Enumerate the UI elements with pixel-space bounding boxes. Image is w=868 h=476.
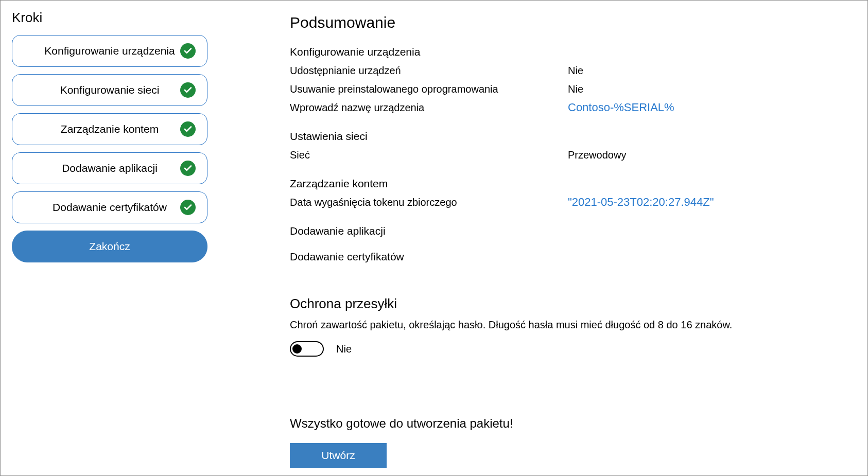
- step-label: Konfigurowanie urządzenia: [44, 45, 175, 57]
- value: Nie: [568, 80, 856, 98]
- summary-panel: Podsumowanie Konfigurowanie urządzenia U…: [290, 10, 856, 466]
- step-label: Dodawanie certyfikatów: [53, 201, 167, 214]
- step-label: Zakończ: [89, 240, 130, 253]
- label: Sieć: [290, 146, 568, 164]
- value: Nie: [568, 61, 856, 80]
- section-device-heading: Konfigurowanie urządzenia: [290, 46, 856, 58]
- checkmark-icon: [180, 121, 196, 137]
- label: Udostępnianie urządzeń: [290, 61, 568, 80]
- step-label: Konfigurowanie sieci: [60, 84, 160, 96]
- step-device[interactable]: Konfigurowanie urządzenia: [12, 35, 207, 67]
- create-button[interactable]: Utwórz: [290, 443, 387, 468]
- label: Usuwanie preinstalowanego oprogramowania: [290, 80, 568, 98]
- sidebar-title: Kroki: [12, 10, 207, 26]
- row-device-name: Wprowadź nazwę urządzenia Contoso-%SERIA…: [290, 98, 856, 117]
- step-finish[interactable]: Zakończ: [12, 231, 207, 262]
- checkmark-icon: [180, 82, 196, 98]
- section-certs-heading: Dodawanie certyfikatów: [290, 251, 856, 263]
- row-network: Sieć Przewodowy: [290, 146, 856, 164]
- section-apps-heading: Dodawanie aplikacji: [290, 225, 856, 237]
- protection-heading: Ochrona przesyłki: [290, 296, 856, 312]
- step-apps[interactable]: Dodawanie aplikacji: [12, 152, 207, 184]
- checkmark-icon: [180, 200, 196, 215]
- toggle-label: Nie: [336, 343, 352, 355]
- row-token: Data wygaśnięcia tokenu zbiorczego "2021…: [290, 193, 856, 211]
- page-title: Podsumowanie: [290, 14, 856, 31]
- step-label: Zarządzanie kontem: [61, 123, 159, 135]
- checkmark-icon: [180, 161, 196, 176]
- step-label: Dodawanie aplikacji: [62, 162, 158, 174]
- row-device-share: Udostępnianie urządzeń Nie: [290, 61, 856, 80]
- label: Wprowadź nazwę urządzenia: [290, 98, 568, 117]
- value-token-expiry[interactable]: "2021-05-23T02:20:27.944Z": [568, 193, 856, 211]
- value-device-name[interactable]: Contoso-%SERIAL%: [568, 98, 856, 117]
- steps-sidebar: Kroki Konfigurowanie urządzenia Konfigur…: [12, 10, 207, 466]
- step-account[interactable]: Zarządzanie kontem: [12, 113, 207, 145]
- step-network[interactable]: Konfigurowanie sieci: [12, 74, 207, 106]
- protection-toggle[interactable]: [290, 341, 324, 357]
- section-account-heading: Zarządzanie kontem: [290, 178, 856, 190]
- ready-text: Wszystko gotowe do utworzenia pakietu!: [290, 416, 856, 431]
- toggle-knob: [292, 344, 302, 354]
- checkmark-icon: [180, 43, 196, 59]
- protection-description: Chroń zawartość pakietu, określając hasł…: [290, 319, 856, 331]
- step-certs[interactable]: Dodawanie certyfikatów: [12, 191, 207, 223]
- row-device-remove: Usuwanie preinstalowanego oprogramowania…: [290, 80, 856, 98]
- section-network-heading: Ustawienia sieci: [290, 130, 856, 143]
- value: Przewodowy: [568, 146, 856, 164]
- label: Data wygaśnięcia tokenu zbiorczego: [290, 193, 568, 211]
- protection-toggle-row: Nie: [290, 341, 856, 357]
